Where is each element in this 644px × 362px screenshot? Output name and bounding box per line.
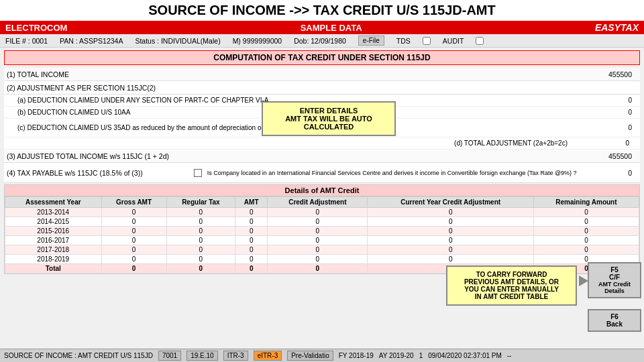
col-regular-tax: Regular Tax (166, 197, 235, 208)
r4-question: Is Company located in an International F… (205, 170, 584, 176)
status-fy: FY 2018-19 (339, 352, 374, 359)
table-cell-credit: 0 (268, 227, 368, 236)
table-cell-amt: 0 (235, 255, 268, 264)
table-cell-year: 2017-2018 (5, 245, 102, 255)
status-itr-btn[interactable]: ITR-3 (223, 351, 248, 361)
status-eitr-btn[interactable]: eITR-3 (254, 351, 282, 361)
audit-checkbox[interactable] (476, 37, 484, 45)
tooltip2-line4: IN AMT CREDIT TABLE (454, 293, 569, 300)
tooltip2-line3: YOU CAN ENTER MANUALLY (454, 286, 569, 293)
table-cell-regular: 0 (166, 255, 235, 264)
table-cell-credit: 0 (268, 245, 368, 255)
table-cell-amt: 0 (235, 217, 268, 227)
tds-checkbox[interactable] (423, 37, 431, 45)
table-cell-credit: 0 (268, 255, 368, 264)
f5-button[interactable]: F5 C/F AMT Credit Details (588, 262, 641, 298)
row-adjustment: (2) ADJUSTMENT AS PER SECTION 115JC(2) (4, 81, 640, 95)
row-adjusted-income: (3) ADJUSTED TOTAL INCOME w/s 115JC (1 +… (4, 149, 640, 163)
table-cell-amt: 0 (235, 208, 268, 217)
f5-key: F5 (594, 266, 635, 274)
table-cell-current: 0 (368, 217, 533, 227)
status-code-btn[interactable]: 7001 (158, 351, 181, 361)
status-dots: -- (507, 352, 512, 359)
page-title: SOURCE OF INCOME ->> TAX CREDIT U/S 115J… (0, 0, 644, 21)
table-cell-gross: 0 (101, 255, 166, 264)
dob-label: Dob: 12/09/1980 (294, 37, 346, 45)
table-cell-current: 0 (368, 208, 533, 217)
table-row: 2013-2014000000 (5, 208, 639, 217)
table-row: 2016-2017000000 (5, 236, 639, 245)
table-cell-current: 0 (368, 245, 533, 255)
tooltip1-line3: CALCULATED (270, 123, 388, 131)
table-cell-year: 2013-2014 (5, 208, 102, 217)
row-tax-payable: (4) TAX PAYABLE w/s 115JC (18.5% of (3))… (4, 163, 640, 183)
row-2c-value: 0 (584, 124, 637, 131)
total-cell-year: Total (5, 264, 102, 274)
status-num: 1 (419, 352, 423, 359)
status-ay: AY 2019-20 (379, 352, 414, 359)
row-2d-value: 0 (581, 139, 635, 147)
table-row: 2014-2015000000 (5, 217, 639, 227)
col-credit-adj: Credit Adjustment (268, 197, 368, 208)
tooltip2-arrow (579, 276, 588, 286)
efile-button[interactable]: e-File (358, 36, 384, 46)
tooltip-carry-forward: TO CARRY FORWARD PREVIOUS AMT DETAILS, O… (446, 265, 577, 306)
table-cell-credit: 0 (268, 217, 368, 227)
table-cell-current: 0 (368, 255, 533, 264)
status-section-btn[interactable]: 19.E.10 (186, 351, 217, 361)
table-cell-gross: 0 (101, 227, 166, 236)
status-datetime: 09/04/2020 02:37:01 PM (428, 352, 502, 359)
table-cell-gross: 0 (101, 208, 166, 217)
tooltip1-line2: AMT TAX WILL BE AUTO (270, 115, 388, 123)
status-label: Status : INDIVIDUAL(Male) (135, 37, 220, 45)
sample-data: SAMPLE DATA (301, 23, 362, 33)
total-cell-amt: 0 (235, 264, 268, 274)
col-amt: AMT (235, 197, 268, 208)
row-2a-value: 0 (584, 97, 637, 104)
table-cell-remaining: 0 (533, 217, 639, 227)
total-cell-gross: 0 (101, 264, 166, 274)
table-cell-current: 0 (368, 227, 533, 236)
table-cell-regular: 0 (166, 217, 235, 227)
tax-payable-checkbox[interactable] (194, 169, 202, 177)
f6-button[interactable]: F6 Back (588, 309, 641, 332)
section-header: COMPUTATION OF TAX CREDIT UNDER SECTION … (4, 50, 640, 65)
total-cell-credit: 0 (268, 264, 368, 274)
details-amt-section: Details of AMT Credit Assessment Year Gr… (4, 184, 640, 274)
tooltip2-line1: TO CARRY FORWARD (454, 271, 569, 278)
info-bar: FILE # : 0001 PAN : ASSPS1234A Status : … (0, 34, 644, 48)
table-cell-amt: 0 (235, 227, 268, 236)
table-row: 2018-2019000000 (5, 255, 639, 264)
total-income-label: (1) TOTAL INCOME (7, 70, 584, 78)
table-cell-regular: 0 (166, 245, 235, 255)
f6-label: Back (594, 320, 635, 328)
col-assessment-year: Assessment Year (5, 197, 102, 208)
table-cell-gross: 0 (101, 217, 166, 227)
row-2d-label: (d) TOTAL ADJUSTMENT (2a+2b=2c) (17, 139, 581, 147)
tooltip-enter-details: ENTER DETAILS AMT TAX WILL BE AUTO CALCU… (262, 101, 396, 136)
table-cell-remaining: 0 (533, 208, 639, 217)
file-number: FILE # : 0001 (5, 37, 48, 45)
table-cell-credit: 0 (268, 236, 368, 245)
f6-key: F6 (594, 313, 635, 320)
table-cell-remaining: 0 (533, 227, 639, 236)
f5-label: AMT Credit Details (594, 281, 635, 294)
tax-payable-value: 0 (584, 169, 637, 177)
table-row: 2017-2018000000 (5, 245, 639, 255)
status-source: SOURCE OF INCOME : AMT CREDIT U/S 115JD (4, 352, 153, 359)
total-cell-regular: 0 (166, 264, 235, 274)
col-gross-amt: Gross AMT (101, 197, 166, 208)
row-2b-value: 0 (584, 109, 637, 116)
tooltip1-line1: ENTER DETAILS (270, 107, 388, 115)
status-bar: SOURCE OF INCOME : AMT CREDIT U/S 115JD … (0, 349, 644, 362)
table-cell-regular: 0 (166, 227, 235, 236)
col-remaining: Remaining Amount (533, 197, 639, 208)
status-preval-btn[interactable]: Pre-Validatio (287, 351, 333, 361)
col-current-credit: Current Year Credit Adjustment (368, 197, 533, 208)
adjusted-income-label: (3) ADJUSTED TOTAL INCOME w/s 115JC (1 +… (7, 152, 584, 160)
table-cell-regular: 0 (166, 208, 235, 217)
adjusted-income-value: 455500 (584, 152, 637, 160)
table-cell-year: 2016-2017 (5, 236, 102, 245)
company-name: ELECTROCOM (5, 23, 67, 33)
tooltip2-line2: PREVIOUS AMT DETAILS, OR (454, 278, 569, 286)
